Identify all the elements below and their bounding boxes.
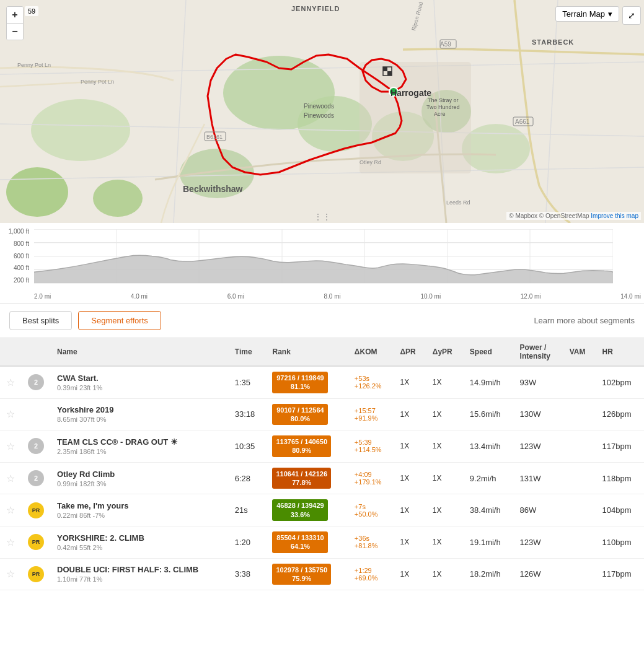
power-cell: 131W bbox=[514, 462, 563, 494]
map-svg: JENNYFIELD Harrogate Beckwithshaw STARBE… bbox=[0, 0, 644, 223]
x-label-12mi: 12.0 mi bbox=[521, 293, 541, 300]
name-cell[interactable]: Yorkshire 2019 8.65mi 307ft 0% bbox=[51, 398, 229, 430]
col-speed: Speed bbox=[464, 338, 514, 366]
speed-value: 38.4mi/h bbox=[470, 505, 501, 515]
delta-kom-1: +7s bbox=[355, 503, 388, 510]
badge-cell: 2 bbox=[21, 430, 51, 463]
segment-meta: 0.39mi 23ft 1% bbox=[57, 384, 223, 391]
vam-cell bbox=[563, 558, 596, 590]
name-cell[interactable]: TEAM CLS CC® - DRAG OUT ☀ 2.35mi 186ft 1… bbox=[51, 430, 229, 463]
segment-time: 1:35 bbox=[235, 378, 250, 387]
delta-kom-2: +91.9% bbox=[355, 414, 388, 422]
svg-text:Penny Pot Ln: Penny Pot Ln bbox=[17, 62, 51, 68]
delta-kom-cell: +15:57 +91.9% bbox=[348, 398, 394, 430]
badge-2nd: 2 bbox=[28, 374, 44, 390]
segment-name[interactable]: Take me, I'm yours bbox=[57, 501, 223, 510]
delta-pr-cell: 1X bbox=[394, 558, 426, 590]
speed-cell: 14.9mi/h bbox=[464, 366, 514, 398]
star-icon[interactable]: ☆ bbox=[6, 473, 15, 484]
star-icon[interactable]: ☆ bbox=[6, 505, 15, 515]
segment-time: 3:38 bbox=[235, 569, 250, 579]
table-header-row: Name Time Rank ΔKOM ΔPR ΔyPR Speed Power… bbox=[0, 338, 644, 366]
y-label-800: 800 ft bbox=[0, 240, 29, 247]
delta-kom-cell: +4:09 +179.1% bbox=[348, 462, 394, 494]
delta-ypr-cell: 1X bbox=[426, 462, 464, 494]
map-zoom-controls[interactable]: + − bbox=[6, 6, 24, 40]
learn-more-link[interactable]: Learn more about segments bbox=[534, 316, 635, 325]
delta-ypr-value: 1X bbox=[433, 378, 442, 387]
name-cell[interactable]: DOUBLE UCI: FIRST HALF: 3. CLIMB 1.10mi … bbox=[51, 558, 229, 590]
name-cell[interactable]: CWA Start. 0.39mi 23ft 1% bbox=[51, 366, 229, 398]
delta-kom-cell: +53s +126.2% bbox=[348, 366, 394, 398]
fullscreen-button[interactable]: ⤢ bbox=[622, 6, 641, 25]
rank-badge: 46828 / 13942933.6% bbox=[272, 499, 328, 521]
zoom-in-button[interactable]: + bbox=[7, 7, 23, 23]
zoom-out-button[interactable]: − bbox=[7, 24, 23, 40]
segment-name[interactable]: Otley Rd Climb bbox=[57, 470, 223, 479]
delta-pr-cell: 1X bbox=[394, 430, 426, 463]
vam-cell bbox=[563, 430, 596, 463]
svg-text:STARBECK: STARBECK bbox=[532, 38, 574, 46]
star-cell[interactable]: ☆ bbox=[0, 462, 21, 494]
star-icon[interactable]: ☆ bbox=[6, 537, 15, 548]
delta-kom-1: +5:39 bbox=[355, 439, 388, 446]
segment-name[interactable]: Yorkshire 2019 bbox=[57, 405, 223, 414]
star-icon[interactable]: ☆ bbox=[6, 377, 15, 388]
improve-map-link[interactable]: Improve this map bbox=[591, 212, 638, 219]
star-cell[interactable]: ☆ bbox=[0, 366, 21, 398]
x-label-10mi: 10.0 mi bbox=[420, 293, 441, 300]
speed-value: 14.9mi/h bbox=[470, 378, 501, 387]
delta-pr-value: 1X bbox=[400, 506, 409, 515]
star-cell[interactable]: ☆ bbox=[0, 494, 21, 526]
badge-cell: PR bbox=[21, 526, 51, 558]
hr-cell: 110bpm bbox=[596, 526, 644, 558]
segment-name[interactable]: YORKSHIRE: 2. CLIMB bbox=[57, 533, 223, 543]
power-cell: 123W bbox=[514, 526, 563, 558]
table-row: ☆ 2 TEAM CLS CC® - DRAG OUT ☀ 2.35mi 186… bbox=[0, 430, 644, 463]
name-cell[interactable]: Otley Rd Climb 0.99mi 182ft 3% bbox=[51, 462, 229, 494]
segment-time: 21s bbox=[235, 505, 248, 515]
time-cell: 33:18 bbox=[229, 398, 267, 430]
best-splits-tab[interactable]: Best splits bbox=[9, 311, 72, 330]
time-cell: 3:38 bbox=[229, 558, 267, 590]
rank-badge: 102978 / 13575075.9% bbox=[272, 564, 331, 585]
time-cell: 1:20 bbox=[229, 526, 267, 558]
star-cell[interactable]: ☆ bbox=[0, 398, 21, 430]
segment-name[interactable]: DOUBLE UCI: FIRST HALF: 3. CLIMB bbox=[57, 565, 223, 574]
name-cell[interactable]: Take me, I'm yours 0.22mi 86ft -7% bbox=[51, 494, 229, 526]
rank-cell: 85504 / 13331064.1% bbox=[266, 526, 348, 558]
star-cell[interactable]: ☆ bbox=[0, 558, 21, 590]
segment-time: 6:28 bbox=[235, 474, 250, 483]
svg-text:Beckwithshaw: Beckwithshaw bbox=[183, 184, 243, 194]
delta-pr-value: 1X bbox=[400, 410, 409, 419]
power-cell: 130W bbox=[514, 398, 563, 430]
terrain-map-button[interactable]: Terrain Map ▾ bbox=[555, 6, 619, 22]
badge-cell: 2 bbox=[21, 462, 51, 494]
delta-pr-value: 1X bbox=[400, 538, 409, 546]
svg-point-3 bbox=[93, 180, 143, 217]
name-cell[interactable]: YORKSHIRE: 2. CLIMB 0.42mi 55ft 2% bbox=[51, 526, 229, 558]
star-cell[interactable]: ☆ bbox=[0, 430, 21, 463]
col-power: Power /Intensity bbox=[514, 338, 563, 366]
table-row: ☆ 2 CWA Start. 0.39mi 23ft 1% 1:35 97216… bbox=[0, 366, 644, 398]
delta-kom-1: +1:29 bbox=[355, 567, 388, 574]
hr-value: 104bpm bbox=[602, 505, 632, 515]
delta-ypr-cell: 1X bbox=[426, 526, 464, 558]
elevation-chart: 1,000 ft 800 ft 600 ft 400 ft 200 ft 2.0… bbox=[0, 223, 644, 304]
tabs-row: Best splits Segment efforts Learn more a… bbox=[0, 304, 644, 338]
y-label-600: 600 ft bbox=[0, 253, 29, 260]
star-icon[interactable]: ☆ bbox=[6, 409, 15, 419]
star-icon[interactable]: ☆ bbox=[6, 441, 15, 452]
segment-name[interactable]: TEAM CLS CC® - DRAG OUT ☀ bbox=[57, 437, 223, 447]
star-icon[interactable]: ☆ bbox=[6, 569, 15, 579]
segment-efforts-tab[interactable]: Segment efforts bbox=[78, 311, 161, 330]
delta-pr-value: 1X bbox=[400, 474, 409, 483]
segment-name[interactable]: CWA Start. bbox=[57, 374, 223, 383]
x-label-14mi: 14.0 mi bbox=[620, 293, 641, 300]
segment-meta: 2.35mi 186ft 1% bbox=[57, 448, 223, 455]
col-delta-kom: ΔKOM bbox=[348, 338, 394, 366]
star-cell[interactable]: ☆ bbox=[0, 526, 21, 558]
map-drag-handle[interactable]: ⋮⋮ bbox=[314, 212, 331, 222]
hr-value: 117bpm bbox=[602, 569, 632, 579]
col-time: Time bbox=[229, 338, 267, 366]
